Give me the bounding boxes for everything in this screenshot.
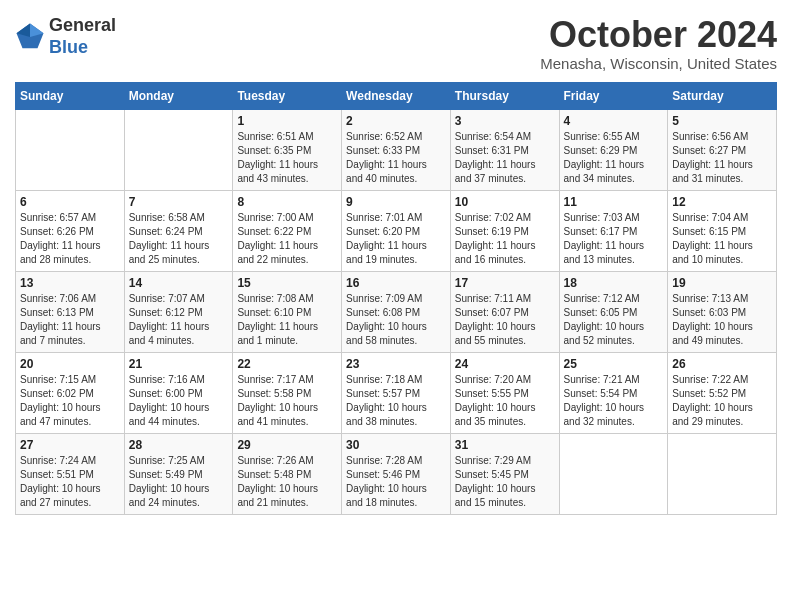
day-cell: 12Sunrise: 7:04 AMSunset: 6:15 PMDayligh… — [668, 190, 777, 271]
day-info: Sunrise: 7:26 AMSunset: 5:48 PMDaylight:… — [237, 454, 337, 510]
day-cell: 1Sunrise: 6:51 AMSunset: 6:35 PMDaylight… — [233, 109, 342, 190]
day-cell: 31Sunrise: 7:29 AMSunset: 5:45 PMDayligh… — [450, 433, 559, 514]
day-cell: 24Sunrise: 7:20 AMSunset: 5:55 PMDayligh… — [450, 352, 559, 433]
day-number: 31 — [455, 438, 555, 452]
day-cell: 18Sunrise: 7:12 AMSunset: 6:05 PMDayligh… — [559, 271, 668, 352]
day-number: 23 — [346, 357, 446, 371]
day-number: 21 — [129, 357, 229, 371]
logo-blue: Blue — [49, 37, 88, 57]
day-info: Sunrise: 7:09 AMSunset: 6:08 PMDaylight:… — [346, 292, 446, 348]
calendar-header: SundayMondayTuesdayWednesdayThursdayFrid… — [16, 82, 777, 109]
header-cell-friday: Friday — [559, 82, 668, 109]
day-cell: 17Sunrise: 7:11 AMSunset: 6:07 PMDayligh… — [450, 271, 559, 352]
day-info: Sunrise: 7:24 AMSunset: 5:51 PMDaylight:… — [20, 454, 120, 510]
day-info: Sunrise: 7:15 AMSunset: 6:02 PMDaylight:… — [20, 373, 120, 429]
day-cell: 23Sunrise: 7:18 AMSunset: 5:57 PMDayligh… — [342, 352, 451, 433]
day-cell: 3Sunrise: 6:54 AMSunset: 6:31 PMDaylight… — [450, 109, 559, 190]
day-info: Sunrise: 7:11 AMSunset: 6:07 PMDaylight:… — [455, 292, 555, 348]
day-cell: 19Sunrise: 7:13 AMSunset: 6:03 PMDayligh… — [668, 271, 777, 352]
day-number: 29 — [237, 438, 337, 452]
day-number: 3 — [455, 114, 555, 128]
day-info: Sunrise: 7:02 AMSunset: 6:19 PMDaylight:… — [455, 211, 555, 267]
day-number: 25 — [564, 357, 664, 371]
day-number: 24 — [455, 357, 555, 371]
week-row-3: 13Sunrise: 7:06 AMSunset: 6:13 PMDayligh… — [16, 271, 777, 352]
day-number: 1 — [237, 114, 337, 128]
day-cell: 30Sunrise: 7:28 AMSunset: 5:46 PMDayligh… — [342, 433, 451, 514]
day-number: 9 — [346, 195, 446, 209]
day-cell: 10Sunrise: 7:02 AMSunset: 6:19 PMDayligh… — [450, 190, 559, 271]
week-row-5: 27Sunrise: 7:24 AMSunset: 5:51 PMDayligh… — [16, 433, 777, 514]
day-cell: 15Sunrise: 7:08 AMSunset: 6:10 PMDayligh… — [233, 271, 342, 352]
day-cell: 16Sunrise: 7:09 AMSunset: 6:08 PMDayligh… — [342, 271, 451, 352]
day-number: 18 — [564, 276, 664, 290]
day-cell: 20Sunrise: 7:15 AMSunset: 6:02 PMDayligh… — [16, 352, 125, 433]
day-cell: 9Sunrise: 7:01 AMSunset: 6:20 PMDaylight… — [342, 190, 451, 271]
day-cell: 6Sunrise: 6:57 AMSunset: 6:26 PMDaylight… — [16, 190, 125, 271]
day-info: Sunrise: 6:52 AMSunset: 6:33 PMDaylight:… — [346, 130, 446, 186]
day-number: 15 — [237, 276, 337, 290]
day-number: 13 — [20, 276, 120, 290]
day-cell: 8Sunrise: 7:00 AMSunset: 6:22 PMDaylight… — [233, 190, 342, 271]
day-cell: 28Sunrise: 7:25 AMSunset: 5:49 PMDayligh… — [124, 433, 233, 514]
day-cell: 27Sunrise: 7:24 AMSunset: 5:51 PMDayligh… — [16, 433, 125, 514]
day-cell: 13Sunrise: 7:06 AMSunset: 6:13 PMDayligh… — [16, 271, 125, 352]
day-number: 22 — [237, 357, 337, 371]
day-number: 20 — [20, 357, 120, 371]
day-cell: 21Sunrise: 7:16 AMSunset: 6:00 PMDayligh… — [124, 352, 233, 433]
day-cell: 22Sunrise: 7:17 AMSunset: 5:58 PMDayligh… — [233, 352, 342, 433]
day-info: Sunrise: 7:28 AMSunset: 5:46 PMDaylight:… — [346, 454, 446, 510]
day-number: 26 — [672, 357, 772, 371]
day-info: Sunrise: 6:54 AMSunset: 6:31 PMDaylight:… — [455, 130, 555, 186]
day-info: Sunrise: 7:20 AMSunset: 5:55 PMDaylight:… — [455, 373, 555, 429]
header-row: SundayMondayTuesdayWednesdayThursdayFrid… — [16, 82, 777, 109]
day-number: 6 — [20, 195, 120, 209]
header-cell-sunday: Sunday — [16, 82, 125, 109]
day-info: Sunrise: 7:29 AMSunset: 5:45 PMDaylight:… — [455, 454, 555, 510]
day-info: Sunrise: 6:57 AMSunset: 6:26 PMDaylight:… — [20, 211, 120, 267]
day-info: Sunrise: 7:00 AMSunset: 6:22 PMDaylight:… — [237, 211, 337, 267]
day-info: Sunrise: 6:51 AMSunset: 6:35 PMDaylight:… — [237, 130, 337, 186]
day-info: Sunrise: 7:21 AMSunset: 5:54 PMDaylight:… — [564, 373, 664, 429]
day-info: Sunrise: 7:07 AMSunset: 6:12 PMDaylight:… — [129, 292, 229, 348]
day-number: 30 — [346, 438, 446, 452]
logo-icon — [15, 22, 45, 52]
day-info: Sunrise: 7:18 AMSunset: 5:57 PMDaylight:… — [346, 373, 446, 429]
header-cell-monday: Monday — [124, 82, 233, 109]
day-info: Sunrise: 6:56 AMSunset: 6:27 PMDaylight:… — [672, 130, 772, 186]
day-cell: 25Sunrise: 7:21 AMSunset: 5:54 PMDayligh… — [559, 352, 668, 433]
day-number: 16 — [346, 276, 446, 290]
day-info: Sunrise: 7:12 AMSunset: 6:05 PMDaylight:… — [564, 292, 664, 348]
day-number: 28 — [129, 438, 229, 452]
logo-text: General Blue — [49, 15, 116, 58]
day-cell: 5Sunrise: 6:56 AMSunset: 6:27 PMDaylight… — [668, 109, 777, 190]
header-cell-thursday: Thursday — [450, 82, 559, 109]
day-cell — [668, 433, 777, 514]
day-number: 2 — [346, 114, 446, 128]
day-number: 4 — [564, 114, 664, 128]
header-cell-saturday: Saturday — [668, 82, 777, 109]
header-cell-wednesday: Wednesday — [342, 82, 451, 109]
day-number: 7 — [129, 195, 229, 209]
day-cell: 2Sunrise: 6:52 AMSunset: 6:33 PMDaylight… — [342, 109, 451, 190]
day-cell: 26Sunrise: 7:22 AMSunset: 5:52 PMDayligh… — [668, 352, 777, 433]
day-number: 12 — [672, 195, 772, 209]
day-number: 17 — [455, 276, 555, 290]
day-number: 11 — [564, 195, 664, 209]
day-info: Sunrise: 7:04 AMSunset: 6:15 PMDaylight:… — [672, 211, 772, 267]
calendar-table: SundayMondayTuesdayWednesdayThursdayFrid… — [15, 82, 777, 515]
header-cell-tuesday: Tuesday — [233, 82, 342, 109]
day-number: 14 — [129, 276, 229, 290]
day-cell: 11Sunrise: 7:03 AMSunset: 6:17 PMDayligh… — [559, 190, 668, 271]
day-info: Sunrise: 7:06 AMSunset: 6:13 PMDaylight:… — [20, 292, 120, 348]
day-number: 8 — [237, 195, 337, 209]
logo: General Blue — [15, 15, 116, 58]
day-cell — [124, 109, 233, 190]
day-info: Sunrise: 7:01 AMSunset: 6:20 PMDaylight:… — [346, 211, 446, 267]
day-number: 27 — [20, 438, 120, 452]
day-cell: 7Sunrise: 6:58 AMSunset: 6:24 PMDaylight… — [124, 190, 233, 271]
day-number: 5 — [672, 114, 772, 128]
day-info: Sunrise: 7:17 AMSunset: 5:58 PMDaylight:… — [237, 373, 337, 429]
logo-general: General — [49, 15, 116, 35]
day-info: Sunrise: 7:22 AMSunset: 5:52 PMDaylight:… — [672, 373, 772, 429]
